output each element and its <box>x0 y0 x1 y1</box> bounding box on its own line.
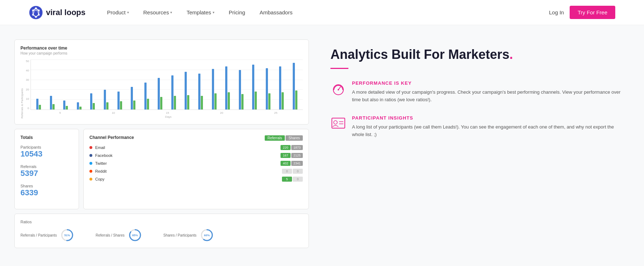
bar-blue <box>212 69 214 109</box>
user-list-icon <box>330 115 346 131</box>
ratios-card: Ratios Referrals / Participants51%Referr… <box>14 214 309 248</box>
speedometer-icon <box>330 80 346 96</box>
bar-blue <box>185 72 187 109</box>
nav-resources[interactable]: Resources ▾ <box>136 0 180 25</box>
perf-card-title: Performance over time <box>20 46 303 51</box>
channel-referrals-bar: 5 <box>282 177 292 182</box>
bar-green <box>214 93 217 109</box>
chevron-down-icon: ▾ <box>170 10 172 14</box>
ratio-donut: 51% <box>60 228 74 242</box>
navbar: viral loops Product ▾ Resources ▾ Templa… <box>0 0 644 25</box>
ratio-item: Shares / Participants60% <box>163 228 214 242</box>
logo-text: viral loops <box>46 8 85 17</box>
referrals-metric: Referrals 5397 <box>20 164 73 178</box>
channel-referrals-bar: 167 <box>281 153 291 158</box>
main-content: Performance over time How your campaign … <box>0 25 644 266</box>
bar-green <box>255 92 257 109</box>
nav-pricing[interactable]: Pricing <box>222 0 252 25</box>
bar-blue <box>90 93 92 109</box>
login-link[interactable]: Log In <box>549 9 564 15</box>
headline: Analytics Built For Marketers. <box>330 47 622 62</box>
svg-point-5 <box>35 16 37 18</box>
tab-referrals[interactable]: Referrals <box>265 135 285 141</box>
bar-group <box>194 74 207 109</box>
channel-name: Facebook <box>95 153 117 158</box>
nav-ambassadors[interactable]: Ambassadors <box>252 0 300 25</box>
svg-point-26 <box>334 121 337 124</box>
bar-group <box>46 96 59 109</box>
channel-referrals-bar: 220 <box>281 145 291 150</box>
bar-blue <box>36 99 38 109</box>
bar-group <box>167 75 180 109</box>
channel-name: Reddit <box>95 169 117 173</box>
bar-green <box>106 102 108 109</box>
bar-blue <box>239 70 241 109</box>
participant-icon <box>330 115 346 139</box>
bar-green <box>133 101 135 109</box>
channel-shares-bar: 2125 <box>291 153 303 158</box>
channel-shares-bar: 2341 <box>291 161 303 166</box>
referrals-label: Referrals <box>20 164 73 169</box>
bar-blue <box>279 66 281 109</box>
bar-green <box>268 93 270 109</box>
feature-performance-title: PERFORMANCE IS KEY <box>352 80 622 86</box>
ratio-donut: 85% <box>128 228 142 242</box>
bar-green <box>66 106 68 109</box>
ratios-row: Referrals / Participants51%Referrals / S… <box>20 228 303 242</box>
ratio-label: Referrals / Participants <box>20 233 57 237</box>
feature-participant-content: PARTICIPANT INSIGHTS A long list of your… <box>352 115 622 139</box>
bar-green <box>39 105 41 109</box>
bar-group <box>289 63 302 109</box>
bar-green <box>147 99 149 109</box>
channel-name: Copy <box>95 177 117 181</box>
feature-performance: PERFORMANCE IS KEY A more detailed view … <box>330 80 622 104</box>
perf-card-subtitle: How your campaign performs <box>20 51 303 55</box>
channel-rows: Email2201873Facebook1672125Twitter402234… <box>89 145 303 182</box>
channel-dot <box>89 170 92 173</box>
feature-performance-content: PERFORMANCE IS KEY A more detailed view … <box>352 80 622 104</box>
try-free-button[interactable]: Try For Free <box>570 6 615 19</box>
nav-product[interactable]: Product ▾ <box>100 0 136 25</box>
channel-dot <box>89 178 92 181</box>
nav-templates[interactable]: Templates ▾ <box>179 0 221 25</box>
tab-shares[interactable]: Shares <box>286 135 303 141</box>
channel-name: Twitter <box>95 161 117 165</box>
bar-green <box>93 103 95 109</box>
channel-referrals-bar: 402 <box>281 161 291 166</box>
feature-participant: PARTICIPANT INSIGHTS A long list of your… <box>330 115 622 139</box>
bar-group <box>59 101 72 109</box>
chart-bars-area <box>31 60 303 110</box>
bar-green <box>187 95 189 109</box>
bar-blue <box>144 83 147 109</box>
bar-green <box>228 92 230 109</box>
bar-blue <box>158 78 160 109</box>
bar-green <box>201 96 203 109</box>
y-axis-label: Referrals & Participants <box>20 88 24 118</box>
bar-group <box>32 99 45 109</box>
bar-blue <box>50 96 52 109</box>
channel-bar-group: 2201873 <box>281 145 303 150</box>
channel-shares-bar: 1873 <box>291 145 303 150</box>
bar-group <box>275 66 288 109</box>
channel-row: Reddit00 <box>89 169 303 174</box>
channel-header: Channel Performance Referrals Shares <box>89 135 303 141</box>
feature-participant-title: PARTICIPANT INSIGHTS <box>352 115 622 121</box>
bar-group <box>221 66 234 109</box>
bar-group <box>100 90 113 109</box>
bar-blue <box>293 63 295 109</box>
bar-group <box>86 93 99 109</box>
bar-green <box>79 107 82 109</box>
chevron-down-icon: ▾ <box>127 10 129 14</box>
logo-link[interactable]: viral loops <box>29 5 85 20</box>
bar-blue <box>104 90 106 109</box>
svg-text:60%: 60% <box>204 234 210 237</box>
channel-referrals-bar: 0 <box>282 169 292 174</box>
bar-group <box>113 92 126 109</box>
ratio-item: Referrals / Shares85% <box>96 228 142 242</box>
bar-blue <box>131 87 133 109</box>
right-content: Analytics Built For Marketers. PERFORMAN… <box>323 39 622 252</box>
ratio-label: Referrals / Shares <box>96 233 125 237</box>
x-axis-title: Days <box>34 115 303 118</box>
bar-group <box>235 70 247 109</box>
bar-blue <box>63 101 65 109</box>
